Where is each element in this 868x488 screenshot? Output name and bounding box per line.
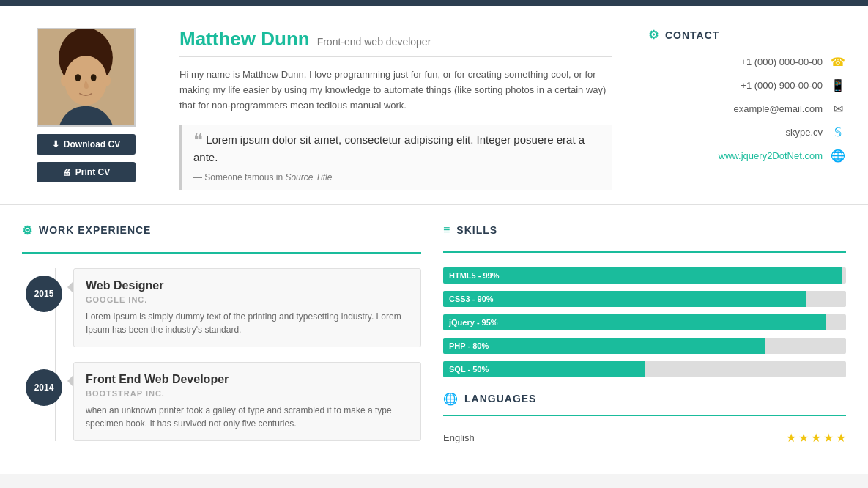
contact-email-text: example@email.com [733, 103, 823, 114]
contact-phone-text: +1 (000) 000-00-00 [741, 56, 823, 67]
quote-author: — Someone famous in [193, 172, 283, 182]
gear-icon: ⚙ [648, 28, 659, 42]
bottom-section: ⚙ WORK EXPERIENCE 2015 Web Designer GOOG… [0, 205, 868, 474]
timeline: 2015 Web Designer GOOGLE INC. Lorem Ipsu… [22, 268, 421, 441]
timeline-arrow-1 [67, 281, 73, 293]
english-stars: ★ ★ ★ ★ ★ [786, 431, 846, 445]
email-icon: ✉ [830, 100, 846, 117]
phone-icon: ☎ [830, 53, 846, 70]
timeline-arrow-2 [67, 375, 73, 387]
skills-divider [443, 251, 846, 253]
name-title-row: Matthew Dunn Front-end web developer [179, 28, 612, 51]
language-english-name: English [443, 432, 475, 443]
skill-css3-label: CSS3 - 90% [449, 295, 494, 303]
work-experience-heading: ⚙ WORK EXPERIENCE [22, 223, 421, 237]
middle-column: Matthew Dunn Front-end web developer Hi … [165, 28, 626, 190]
timeline-card-2015: Web Designer GOOGLE INC. Lorem Ipsum is … [73, 268, 421, 347]
svg-point-6 [103, 75, 111, 86]
blockquote-text: ❝ Lorem ipsum dolor sit amet, consectetu… [193, 132, 601, 166]
job-desc-2014: when an unknown printer took a galley of… [86, 404, 409, 430]
quote-source: Source Title [285, 172, 332, 182]
contact-web-link[interactable]: www.jquery2DotNet.com [719, 150, 823, 161]
name-divider [179, 56, 612, 57]
languages-heading: 🌐 LANGUAGES [443, 392, 846, 406]
avatar [37, 28, 136, 127]
contact-web[interactable]: www.jquery2DotNet.com 🌐 [648, 147, 846, 163]
timeline-card-2014: Front End Web Developer BOOTSTRAP INC. w… [73, 362, 421, 441]
skill-html5-label: HTML5 - 99% [449, 271, 499, 280]
profile-name: Matthew Dunn [179, 28, 310, 51]
languages-icon: 🌐 [443, 392, 459, 406]
contact-mobile-text: +1 (000) 900-00-00 [741, 80, 823, 91]
top-section: ⬇ Download CV 🖨 Print CV Matthew Dunn Fr… [0, 6, 868, 205]
timeline-item-2014: 2014 Front End Web Developer BOOTSTRAP I… [73, 362, 421, 441]
job-desc-2015: Lorem Ipsum is simply dummy text of the … [86, 310, 409, 336]
work-experience-label: WORK EXPERIENCE [39, 224, 151, 236]
blockquote: ❝ Lorem ipsum dolor sit amet, consectetu… [179, 125, 612, 190]
timeline-item-2015: 2015 Web Designer GOOGLE INC. Lorem Ipsu… [73, 268, 421, 347]
print-cv-button[interactable]: 🖨 Print CV [37, 162, 136, 182]
skill-php: PHP - 80% [443, 338, 846, 354]
main-container: ⬇ Download CV 🖨 Print CV Matthew Dunn Fr… [0, 6, 868, 474]
web-icon: 🌐 [830, 147, 846, 163]
right-column: ⚙ CONTACT +1 (000) 000-00-00 ☎ +1 (000) … [641, 28, 846, 190]
bio-text: Hi my name is Matthew Dunn, I love progr… [179, 67, 612, 113]
company-2014: BOOTSTRAP INC. [86, 389, 409, 398]
skill-css3-bar: CSS3 - 90% [443, 291, 806, 307]
skill-php-bar: PHP - 80% [443, 338, 765, 354]
work-gear-icon: ⚙ [22, 223, 33, 237]
company-2015: GOOGLE INC. [86, 295, 409, 304]
language-english: English ★ ★ ★ ★ ★ [443, 431, 846, 445]
mobile-icon: 📱 [830, 77, 846, 93]
star-4: ★ [823, 431, 834, 445]
skill-php-label: PHP - 80% [449, 341, 489, 350]
star-5: ★ [836, 431, 846, 445]
svg-point-4 [91, 74, 97, 81]
skype-icon: 𝕊 [830, 124, 846, 140]
contact-heading-label: CONTACT [665, 29, 719, 41]
svg-point-2 [64, 56, 107, 106]
job-title-2014: Front End Web Developer [86, 373, 409, 386]
contact-phone: +1 (000) 000-00-00 ☎ [648, 53, 846, 70]
profile-job-title: Front-end web developer [317, 36, 431, 48]
skill-sql-label: SQL - 50% [449, 365, 489, 374]
svg-point-5 [61, 75, 68, 86]
skill-sql: SQL - 50% [443, 361, 846, 377]
work-experience-column: ⚙ WORK EXPERIENCE 2015 Web Designer GOOG… [22, 223, 421, 456]
download-cv-label: Download CV [64, 139, 120, 149]
download-icon: ⬇ [52, 139, 59, 149]
skill-jquery: jQuery - 95% [443, 314, 846, 330]
star-3: ★ [811, 431, 821, 445]
languages-label: LANGUAGES [464, 393, 536, 404]
print-cv-label: Print CV [75, 167, 110, 177]
download-cv-button[interactable]: ⬇ Download CV [37, 134, 136, 155]
skill-jquery-bar: jQuery - 95% [443, 314, 826, 330]
quote-mark: ❝ [193, 130, 203, 150]
skills-icon: ≡ [443, 223, 450, 237]
skill-jquery-label: jQuery - 95% [449, 318, 498, 327]
timeline-year-2014: 2014 [26, 369, 62, 406]
languages-divider [443, 415, 846, 416]
skills-column: ≡ SKILLS HTML5 - 99% CSS3 - 90% [443, 223, 846, 456]
contact-list: +1 (000) 000-00-00 ☎ +1 (000) 900-00-00 … [648, 53, 846, 163]
skills-label: SKILLS [456, 224, 497, 236]
skill-sql-bar: SQL - 50% [443, 361, 645, 377]
contact-skype-text: skype.cv [785, 127, 823, 138]
print-icon: 🖨 [62, 167, 71, 177]
contact-mobile: +1 (000) 900-00-00 📱 [648, 77, 846, 93]
skill-css3: CSS3 - 90% [443, 291, 846, 307]
timeline-year-2015: 2015 [26, 276, 62, 312]
job-title-2015: Web Designer [86, 279, 409, 292]
star-1: ★ [786, 431, 796, 445]
contact-email: example@email.com ✉ [648, 100, 846, 117]
skill-html5-bar: HTML5 - 99% [443, 267, 842, 284]
svg-point-3 [75, 74, 81, 81]
contact-skype: skype.cv 𝕊 [648, 124, 846, 140]
top-bar [0, 0, 868, 6]
skills-heading: ≡ SKILLS [443, 223, 846, 237]
skill-html5: HTML5 - 99% [443, 267, 846, 284]
blockquote-cite: — Someone famous in Source Title [193, 172, 601, 182]
work-divider [22, 252, 421, 254]
quote-text: Lorem ipsum dolor sit amet, consectetur … [193, 133, 585, 163]
contact-heading: ⚙ CONTACT [648, 28, 846, 42]
